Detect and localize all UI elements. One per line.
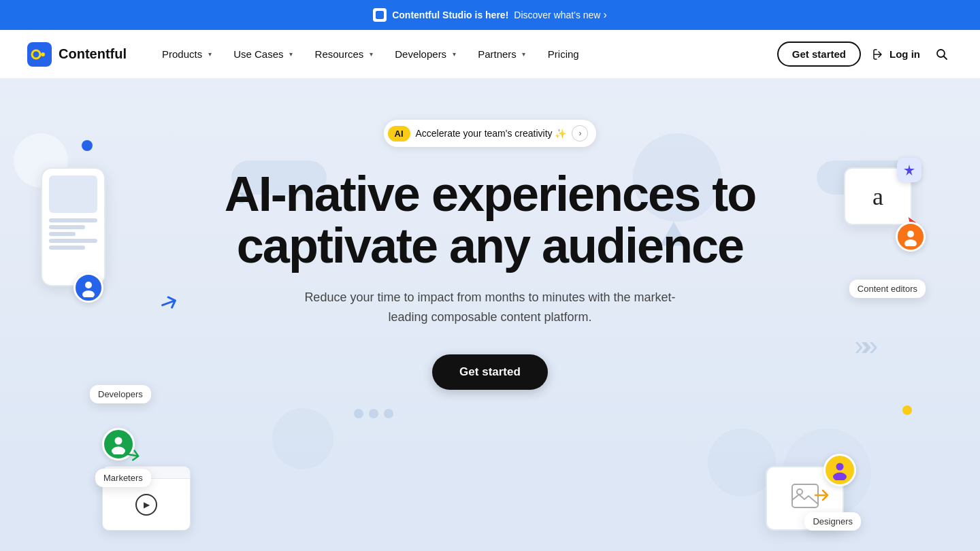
search-button[interactable] bbox=[931, 44, 953, 65]
designers-label-text: Designers bbox=[813, 516, 853, 527]
logo[interactable]: Contentful bbox=[27, 42, 127, 67]
navbar-get-started-button[interactable]: Get started bbox=[777, 41, 861, 67]
deco-dot-2 bbox=[369, 409, 378, 418]
phone-line-5 bbox=[49, 246, 85, 250]
hero-section: »» »» bbox=[0, 79, 980, 551]
editors-label: Content editors bbox=[849, 280, 926, 298]
deco-dot-blue bbox=[82, 140, 93, 151]
developer-persona-area: Developers bbox=[41, 167, 105, 286]
logo-text: Contentful bbox=[59, 46, 127, 62]
phone-text-lines bbox=[49, 218, 97, 250]
marketers-arrow-icon bbox=[122, 446, 142, 468]
designers-avatar bbox=[823, 454, 856, 486]
studio-icon bbox=[373, 8, 387, 22]
editors-avatar bbox=[896, 222, 926, 252]
login-button[interactable]: Log in bbox=[872, 48, 920, 61]
nav-actions: Get started Log in bbox=[777, 41, 953, 67]
svg-point-3 bbox=[937, 50, 945, 57]
deco-dot-yellow bbox=[902, 405, 912, 415]
editors-label-text: Content editors bbox=[858, 284, 917, 294]
banner-arrow-icon: › bbox=[603, 9, 606, 21]
phone-line-1 bbox=[49, 218, 97, 222]
developer-label: Developers bbox=[90, 385, 151, 403]
login-icon bbox=[872, 48, 885, 61]
designers-label: Designers bbox=[804, 512, 861, 531]
designers-avatar-group bbox=[823, 454, 856, 486]
designers-arrow-icon bbox=[814, 488, 829, 506]
play-button-icon: ▶ bbox=[135, 494, 157, 516]
developers-chevron-icon: ▾ bbox=[449, 50, 459, 59]
deco-circle-bottom-center bbox=[272, 408, 333, 469]
login-label: Log in bbox=[889, 48, 920, 60]
marketers-label-text: Marketers bbox=[103, 473, 143, 483]
marketers-avatar-group bbox=[102, 428, 191, 461]
svg-point-8 bbox=[115, 437, 122, 445]
developer-avatar bbox=[74, 273, 103, 303]
products-chevron-icon: ▾ bbox=[205, 50, 214, 59]
nav-products[interactable]: Products ▾ bbox=[154, 43, 223, 65]
banner-link-text: Discover what's new bbox=[514, 10, 600, 20]
content-editors-area: a Content editors bbox=[844, 167, 912, 225]
text-cursor-card: a bbox=[844, 167, 912, 225]
marketers-area: ▶ Marketers bbox=[102, 428, 191, 531]
phone-line-3 bbox=[49, 232, 76, 236]
text-a-char: a bbox=[872, 182, 883, 211]
deco-chevrons-right: »» bbox=[855, 331, 872, 361]
editors-avatar-group bbox=[896, 222, 926, 252]
nav-pricing[interactable]: Pricing bbox=[540, 43, 587, 65]
nav-use-cases[interactable]: Use Cases ▾ bbox=[225, 43, 304, 65]
banner-bold-text: Contentful Studio is here! bbox=[392, 10, 508, 20]
hero-subtitle: Reduce your time to impact from months t… bbox=[299, 288, 681, 327]
svg-point-11 bbox=[797, 489, 802, 495]
svg-point-5 bbox=[82, 290, 95, 297]
svg-point-9 bbox=[112, 447, 125, 455]
banner-link[interactable]: Discover what's new › bbox=[514, 9, 607, 21]
svg-point-6 bbox=[907, 231, 914, 237]
hero-title: AI-native experiences to captivate any a… bbox=[225, 169, 755, 271]
partners-chevron-icon: ▾ bbox=[519, 50, 529, 59]
ai-badge-text: Accelerate your team's creativity ✨ bbox=[416, 128, 567, 139]
nav-resources[interactable]: Resources ▾ bbox=[307, 43, 385, 65]
ai-badge[interactable]: AI Accelerate your team's creativity ✨ › bbox=[384, 120, 597, 147]
svg-point-2 bbox=[41, 52, 45, 56]
phone-line-2 bbox=[49, 225, 85, 229]
developer-arrow-icon bbox=[157, 290, 182, 319]
svg-point-7 bbox=[904, 239, 917, 246]
deco-dots-group bbox=[354, 409, 393, 418]
ai-spark-badge bbox=[897, 158, 921, 182]
svg-point-4 bbox=[85, 282, 92, 288]
developer-label-text: Developers bbox=[98, 389, 143, 399]
hero-cta-button[interactable]: Get started bbox=[432, 354, 548, 390]
nav-links: Products ▾ Use Cases ▾ Resources ▾ Devel… bbox=[154, 43, 777, 65]
deco-dot-1 bbox=[354, 409, 363, 418]
hero-content: AI Accelerate your team's creativity ✨ ›… bbox=[225, 120, 755, 390]
phone-line-4 bbox=[49, 239, 97, 243]
deco-dot-3 bbox=[384, 409, 393, 418]
nav-partners[interactable]: Partners ▾ bbox=[470, 43, 537, 65]
designers-area: Designers bbox=[766, 466, 844, 531]
svg-point-13 bbox=[833, 473, 847, 481]
search-icon bbox=[935, 48, 949, 61]
ai-badge-arrow-icon: › bbox=[572, 125, 588, 141]
resources-chevron-icon: ▾ bbox=[366, 50, 376, 59]
developer-avatar-group bbox=[74, 273, 103, 303]
svg-point-12 bbox=[836, 463, 844, 471]
announcement-banner: Contentful Studio is here! Discover what… bbox=[0, 0, 980, 30]
phone-screen-block bbox=[49, 176, 97, 213]
marketers-label: Marketers bbox=[95, 469, 151, 487]
nav-developers[interactable]: Developers ▾ bbox=[387, 43, 467, 65]
ai-badge-pill: AI bbox=[388, 126, 410, 141]
use-cases-chevron-icon: ▾ bbox=[287, 50, 296, 59]
navbar: Contentful Products ▾ Use Cases ▾ Resour… bbox=[0, 30, 980, 79]
logo-icon bbox=[27, 42, 52, 67]
phone-mockup bbox=[41, 167, 105, 286]
